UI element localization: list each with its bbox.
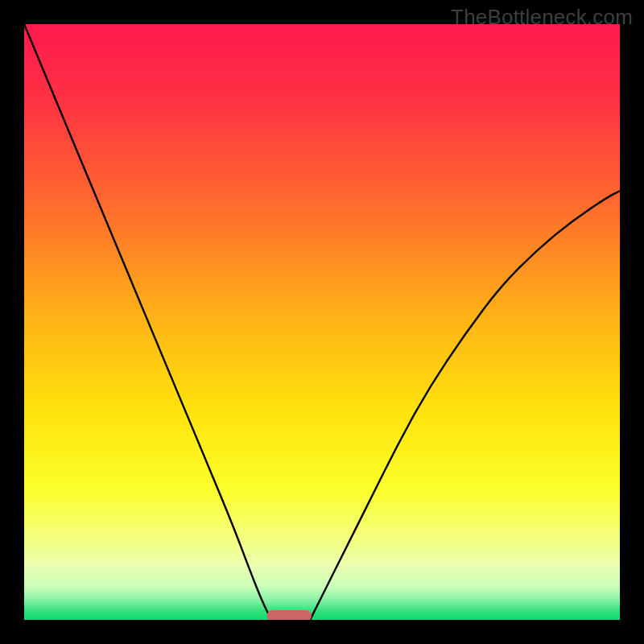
gradient-background [24, 24, 620, 620]
chart-frame: TheBottleneck.com [0, 0, 644, 644]
plot-area [24, 24, 620, 620]
baseline-marker [267, 610, 312, 620]
chart-svg [24, 24, 620, 620]
baseline-marker-rect [267, 610, 312, 620]
